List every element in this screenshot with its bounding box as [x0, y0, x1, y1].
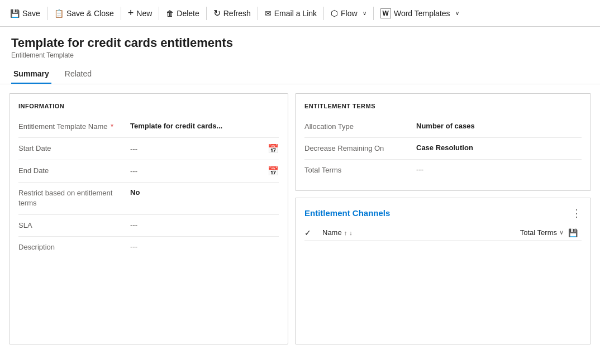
separator-7 [373, 7, 374, 20]
save-close-button[interactable]: 📋 Save & Close [49, 6, 120, 21]
email-button[interactable]: ✉ Email a Link [259, 6, 322, 21]
field-start-date: Start Date --- 📅 [18, 138, 279, 160]
start-date-calendar-icon[interactable]: 📅 [268, 143, 279, 154]
tab-summary[interactable]: Summary [11, 65, 51, 84]
save-column: 💾 [568, 228, 582, 237]
field-description-value[interactable]: --- [130, 242, 279, 251]
entitlement-terms-card: ENTITLEMENT TERMS Allocation Type Number… [295, 93, 591, 191]
save-button[interactable]: 💾 Save [4, 6, 46, 21]
entitlement-channels-card: Entitlement Channels ⋮ ✓ Name ↑ ↓ Total … [295, 198, 591, 344]
field-sla: SLA --- [18, 215, 279, 237]
field-allocation-type-label: Allocation Type [304, 122, 416, 132]
field-description: Description --- [18, 237, 279, 258]
email-label: Email a Link [274, 9, 317, 18]
separator-4 [206, 7, 207, 20]
page-header: Template for credit cards entitlements E… [0, 27, 600, 59]
new-button[interactable]: + New [122, 4, 158, 22]
name-sort-desc-icon[interactable]: ↓ [349, 229, 353, 236]
field-decrease-remaining-value[interactable]: Case Resolution [416, 143, 582, 152]
field-total-terms-value[interactable]: --- [416, 165, 582, 174]
field-restrict-label: Restrict based on entitlement terms [18, 188, 130, 208]
delete-icon: 🗑 [166, 9, 174, 18]
save-label: Save [22, 9, 40, 18]
separator-2 [121, 7, 121, 20]
separator-5 [258, 7, 258, 20]
field-end-date-value[interactable]: --- 📅 [130, 166, 279, 176]
delete-label: Delete [177, 9, 199, 18]
name-column[interactable]: Name ↑ ↓ [322, 228, 520, 237]
field-template-name-value[interactable]: Template for credit cards... [130, 122, 279, 130]
tabs: Summary Related [0, 65, 600, 84]
field-restrict-value[interactable]: No [130, 188, 279, 197]
field-start-date-label: Start Date [18, 143, 130, 154]
field-total-terms: Total Terms --- [304, 160, 582, 181]
save-close-label: Save & Close [66, 9, 114, 18]
information-card: INFORMATION Entitlement Template Name * … [9, 93, 288, 344]
field-template-name: Entitlement Template Name * Template for… [18, 116, 279, 138]
page-subtitle: Entitlement Template [11, 51, 589, 59]
word-templates-label: Word Templates [394, 9, 450, 18]
email-icon: ✉ [265, 9, 272, 18]
save-table-icon[interactable]: 💾 [568, 228, 578, 237]
check-icon: ✓ [304, 228, 311, 237]
field-description-label: Description [18, 242, 130, 252]
flow-icon: ⬡ [331, 8, 338, 18]
flow-button[interactable]: ⬡ Flow ∨ [325, 5, 372, 22]
flow-label: Flow [341, 9, 358, 18]
page-title: Template for credit cards entitlements [11, 36, 589, 50]
flow-chevron-icon: ∨ [363, 10, 366, 16]
field-decrease-remaining-label: Decrease Remaining On [304, 143, 416, 154]
end-date-calendar-icon[interactable]: 📅 [268, 166, 279, 176]
information-section-title: INFORMATION [18, 103, 279, 109]
word-templates-icon: W [380, 8, 391, 18]
total-terms-chevron-icon[interactable]: ∨ [559, 229, 564, 236]
refresh-icon: ↻ [213, 8, 221, 18]
save-icon: 💾 [10, 9, 20, 18]
separator-3 [159, 7, 159, 20]
content-area: INFORMATION Entitlement Template Name * … [0, 84, 600, 353]
check-column: ✓ [304, 228, 322, 237]
field-restrict: Restrict based on entitlement terms No [18, 183, 279, 214]
field-decrease-remaining: Decrease Remaining On Case Resolution [304, 138, 582, 160]
name-column-label: Name [322, 228, 342, 237]
field-allocation-type-value[interactable]: Number of cases [416, 122, 582, 130]
name-sort-asc-icon[interactable]: ↑ [344, 229, 347, 236]
entitlement-terms-section-title: ENTITLEMENT TERMS [304, 103, 582, 109]
tab-related[interactable]: Related [63, 65, 94, 84]
new-label: New [136, 9, 152, 18]
new-icon: + [128, 7, 134, 19]
separator-1 [47, 7, 47, 20]
channels-title: Entitlement Channels [304, 208, 390, 218]
right-column: ENTITLEMENT TERMS Allocation Type Number… [295, 93, 591, 344]
separator-6 [323, 7, 324, 20]
toolbar: 💾 Save 📋 Save & Close + New 🗑 Delete ↻ R… [0, 0, 600, 27]
total-terms-column-label: Total Terms [520, 228, 557, 237]
channels-header: Entitlement Channels ⋮ [304, 207, 582, 219]
field-end-date-label: End Date [18, 166, 130, 176]
field-end-date: End Date --- 📅 [18, 160, 279, 183]
word-templates-button[interactable]: W Word Templates ∨ [375, 5, 465, 22]
channels-menu-icon[interactable]: ⋮ [572, 207, 582, 219]
required-marker: * [111, 122, 113, 131]
word-templates-chevron-icon: ∨ [455, 10, 459, 16]
field-sla-value[interactable]: --- [130, 221, 279, 229]
total-terms-column[interactable]: Total Terms ∨ [520, 228, 564, 237]
refresh-label: Refresh [223, 9, 251, 18]
field-start-date-value[interactable]: --- 📅 [130, 143, 279, 154]
save-close-icon: 📋 [54, 9, 64, 18]
field-allocation-type: Allocation Type Number of cases [304, 116, 582, 138]
field-sla-label: SLA [18, 221, 130, 231]
field-total-terms-label: Total Terms [304, 165, 416, 175]
field-template-name-label: Entitlement Template Name * [18, 122, 130, 132]
delete-button[interactable]: 🗑 Delete [160, 6, 204, 21]
refresh-button[interactable]: ↻ Refresh [208, 4, 256, 22]
channels-table-header: ✓ Name ↑ ↓ Total Terms ∨ 💾 [304, 225, 582, 241]
